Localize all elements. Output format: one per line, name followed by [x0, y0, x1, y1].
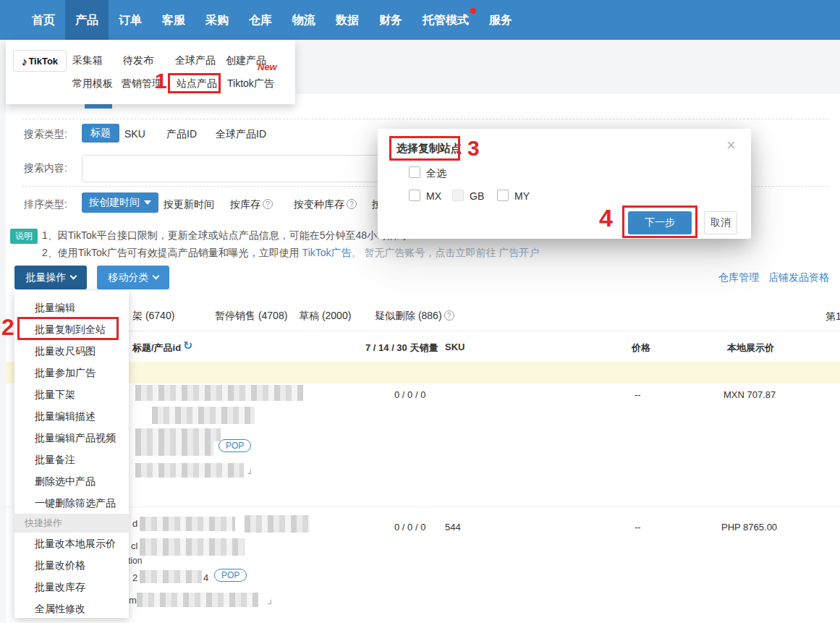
move-category-label: 移动分类 — [109, 271, 149, 283]
sort-create-label: 按创建时间 — [89, 196, 140, 208]
menu-item-delete-selected[interactable]: 删除选中产品 — [14, 470, 129, 492]
nav-customer-service[interactable]: 客服 — [152, 0, 195, 40]
nav-purchasing[interactable]: 采购 — [195, 0, 239, 40]
move-category-button[interactable]: 移动分类 — [97, 266, 169, 289]
menu-item-batch-local-price[interactable]: 批量改本地展示价 — [14, 533, 129, 554]
close-icon[interactable]: × — [726, 137, 736, 153]
notice-line2-text: 2、使用TikTok广告可有效提高产品销量和曝光，立即使用 — [42, 247, 302, 258]
search-type-product-id[interactable]: 产品ID — [166, 128, 197, 141]
sort-stock-label: 按库存 — [230, 198, 260, 210]
sort-by-update-time[interactable]: 按更新时间 — [164, 198, 214, 211]
nav-hosting-mode[interactable]: 托管模式 — [412, 0, 479, 40]
row2-sku: 544 — [445, 522, 461, 533]
nav-finance[interactable]: 财务 — [369, 0, 412, 40]
refresh-icon[interactable]: ↻ — [183, 339, 192, 352]
menu-item-batch-size-chart[interactable]: 批量改尺码图 — [14, 340, 129, 362]
shop-qualification-link[interactable]: 店铺发品资格 — [768, 271, 829, 284]
sort-by-variant-stock[interactable]: 按变种库存? — [294, 198, 357, 211]
pagination-info: 第1- — [826, 310, 840, 323]
col-title-header: 标题/产品id — [132, 342, 181, 355]
sort-by-create-time-chip[interactable]: 按创建时间 — [82, 192, 158, 213]
chevron-down-icon — [69, 272, 77, 279]
sort-by-stock[interactable]: 按库存? — [230, 198, 273, 211]
tiktok-ads-link[interactable]: TikTok广告 — [302, 247, 352, 258]
select-all-checkbox[interactable] — [409, 166, 420, 178]
menu-item-global-products[interactable]: 全球产品 — [175, 54, 216, 67]
menu-item-delete-filtered[interactable]: 一键删除筛选产品 — [14, 492, 129, 514]
col-local-price-header: 本地展示价 — [727, 342, 774, 355]
menu-item-batch-join-ads[interactable]: 批量参加广告 — [14, 362, 129, 383]
nav-services[interactable]: 服务 — [479, 0, 522, 40]
site-mx-checkbox[interactable] — [409, 190, 420, 201]
menu-item-batch-price[interactable]: 批量改价格 — [14, 554, 129, 576]
pop-badge: POP — [219, 439, 251, 452]
notice-line2-faded: 。 暂无广告账号，点击立即前往 — [352, 247, 499, 258]
annotation-number-4: 4 — [599, 205, 613, 230]
notice-line-2: 2、使用TikTok广告可有效提高产品销量和曝光，立即使用 TikTok广告。 … — [42, 247, 539, 260]
menu-item-batch-edit-description[interactable]: 批量编辑描述 — [14, 405, 129, 427]
menu-item-collection-box[interactable]: 采集箱 — [72, 54, 103, 67]
annotation-number-1: 1 — [155, 70, 167, 92]
divider-dashed-top — [22, 119, 828, 119]
menu-item-batch-edit-video[interactable]: 批量编辑产品视频 — [14, 427, 129, 449]
copy-site-modal: 选择复制站点 3 × 全选 MX GB MY 下一步 4 取消 — [378, 129, 751, 239]
question-circle-icon[interactable]: ? — [347, 199, 357, 209]
nav-product[interactable]: 产品 — [65, 0, 109, 40]
tab-suspected-deleted[interactable]: 疑似删除 (886)? — [375, 310, 454, 323]
tabs-divider — [6, 331, 840, 331]
menu-item-common-templates[interactable]: 常用模板 — [72, 77, 113, 90]
annotation-number-2: 2 — [1, 315, 14, 339]
modal-title: 选择复制站点 — [396, 142, 462, 156]
site-my-label: MY — [514, 190, 530, 202]
tab-suspected-label: 疑似删除 (886) — [375, 310, 442, 321]
nav-orders[interactable]: 订单 — [109, 0, 152, 40]
nav-home[interactable]: 首页 — [22, 0, 65, 40]
menu-item-batch-stock[interactable]: 批量改库存 — [14, 576, 129, 598]
tab-paused[interactable]: 暂停销售 (4708) — [215, 310, 287, 323]
redacted-text-block — [135, 428, 221, 441]
text-fragment: 」 — [267, 594, 276, 607]
site-my-checkbox[interactable] — [497, 190, 509, 201]
search-type-label: 搜索类型: — [24, 128, 67, 141]
page: 搜索类型: 标题 SKU 产品ID 全球产品ID 搜索内容: 排序类型: 按创建… — [0, 0, 840, 623]
nav-warehouse[interactable]: 仓库 — [239, 0, 282, 40]
row-divider — [6, 507, 840, 507]
sort-variant-stock-label: 按变种库存 — [294, 198, 344, 210]
warehouse-manage-link[interactable]: 仓库管理 — [718, 271, 759, 284]
search-type-title-chip[interactable]: 标题 — [82, 124, 119, 143]
pop-badge: POP — [214, 569, 247, 582]
menu-item-tiktok-ads[interactable]: Tiktok广告 — [227, 77, 274, 90]
redacted-text-block — [140, 570, 202, 583]
cancel-button[interactable]: 取消 — [704, 211, 737, 234]
nav-data[interactable]: 数据 — [326, 0, 369, 40]
search-type-global-id[interactable]: 全球产品ID — [216, 128, 266, 141]
menu-item-all-attributes[interactable]: 全属性修改 — [14, 598, 129, 619]
notification-dot — [470, 8, 476, 14]
select-all-label: 全选 — [426, 167, 446, 180]
tab-on-shelf[interactable]: 架 (6740) — [132, 310, 174, 323]
triangle-down-icon — [144, 200, 151, 205]
search-type-sku[interactable]: SKU — [124, 128, 145, 140]
menu-item-batch-edit[interactable]: 批量编辑 — [14, 297, 129, 318]
menu-item-pending-publish[interactable]: 待发布 — [123, 54, 153, 67]
notice-line-1: 1、因TikTok平台接口限制，更新全球或站点产品信息，可能在5分钟至48小时后… — [42, 229, 407, 242]
ad-account-link[interactable]: 广告开户 — [499, 247, 539, 258]
annotation-number-3: 3 — [467, 137, 480, 159]
next-step-button[interactable]: 下一步 — [628, 211, 692, 234]
menu-item-batch-copy-all-sites[interactable]: 批量复制到全站 — [14, 318, 129, 340]
site-gb-label: GB — [470, 190, 484, 202]
menu-item-batch-off-shelf[interactable]: 批量下架 — [14, 383, 129, 405]
col-sku-header: SKU — [445, 342, 464, 352]
question-circle-icon[interactable]: ? — [263, 199, 273, 209]
question-circle-icon[interactable]: ? — [444, 310, 454, 321]
col-price-header: 价格 — [632, 342, 650, 355]
row2-sales: 0 / 0 / 0 — [394, 522, 425, 533]
batch-operation-button[interactable]: 批量操作 — [14, 266, 87, 289]
nav-logistics[interactable]: 物流 — [282, 0, 326, 40]
tiktok-logo-text: TikTok — [28, 56, 58, 67]
notice-badge: 说明 — [10, 229, 38, 244]
menu-item-batch-remark[interactable]: 批量备注 — [14, 449, 129, 470]
menu-item-site-products[interactable]: 站点产品 — [177, 77, 217, 90]
tab-draft[interactable]: 草稿 (2000) — [299, 310, 351, 323]
batch-operation-label: 批量操作 — [26, 271, 67, 283]
